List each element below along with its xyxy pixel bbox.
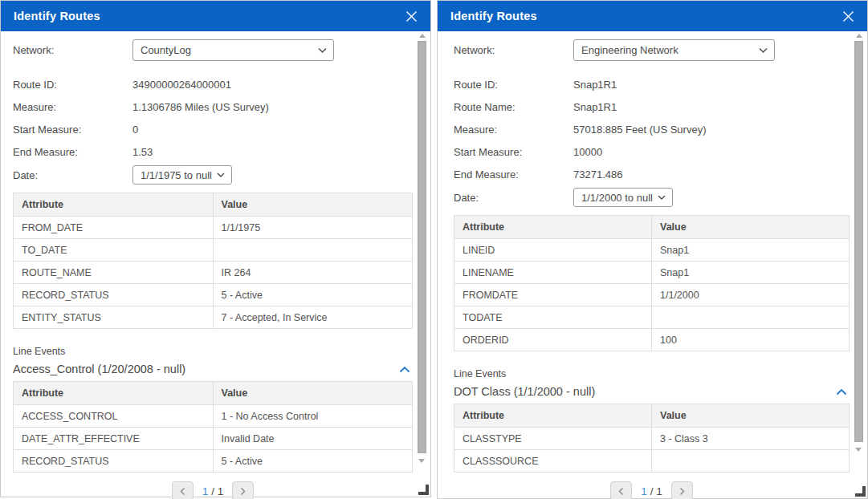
- date-label: Date:: [13, 169, 132, 181]
- end-measure-label: End Measure:: [454, 168, 573, 181]
- close-icon[interactable]: [403, 8, 419, 24]
- chevron-left-icon: [618, 487, 624, 496]
- value-column-header: Value: [213, 193, 413, 217]
- chevron-up-icon[interactable]: [836, 388, 847, 396]
- table-header-row: Attribute Value: [14, 193, 413, 217]
- table-row: RECORD_STATUS5 - Active: [14, 284, 413, 306]
- attr-cell: TO_DATE: [14, 239, 214, 262]
- end-measure-label: End Measure:: [13, 146, 132, 158]
- date-select[interactable]: 1/1/1975 to null: [132, 165, 232, 185]
- network-label: Network:: [454, 44, 573, 56]
- value-cell: 1/1/1975: [213, 217, 413, 239]
- network-select[interactable]: CountyLog: [132, 39, 334, 61]
- value-cell: 100: [652, 329, 850, 351]
- table-row: DATE_ATTR_EFFECTIVEInvalid Date: [14, 428, 413, 450]
- field-row-route-id: Route ID: Snap1R1: [454, 73, 850, 95]
- value-column-header: Value: [652, 404, 850, 428]
- table-row: ENTITY_STATUS7 - Accepted, In Service: [14, 306, 413, 329]
- close-icon[interactable]: [840, 8, 856, 24]
- chevron-right-icon: [240, 487, 246, 496]
- network-select-value: Engineering Network: [581, 44, 679, 56]
- chevron-down-icon: [658, 195, 666, 200]
- scroll-up-icon[interactable]: [419, 34, 426, 38]
- pagination: 1 / 1: [454, 481, 850, 499]
- chevron-down-icon: [217, 172, 225, 177]
- vertical-scrollbar[interactable]: [418, 34, 426, 463]
- previous-page-button[interactable]: [610, 481, 632, 499]
- vertical-scrollbar[interactable]: [854, 34, 863, 452]
- resize-grip[interactable]: [418, 485, 429, 495]
- end-measure-value: 73271.486: [573, 168, 622, 181]
- chevron-up-icon[interactable]: [399, 366, 410, 373]
- measure-value: 57018.885 Feet (US Survey): [573, 124, 706, 136]
- line-event-section-title: DOT Class (1/1/2000 - null): [454, 385, 595, 398]
- attr-cell: RECORD_STATUS: [14, 284, 214, 306]
- field-row-start-measure: Start Measure: 0: [13, 118, 413, 140]
- value-cell: 1 - No Access Control: [213, 405, 413, 428]
- chevron-right-icon: [679, 487, 685, 496]
- start-measure-value: 0: [132, 124, 138, 136]
- attr-cell: TODATE: [454, 306, 652, 329]
- scrollbar-thumb[interactable]: [854, 41, 863, 442]
- attr-cell: FROM_DATE: [14, 217, 214, 239]
- field-row-start-measure: Start Measure: 10000: [454, 140, 850, 163]
- value-cell: IR 264: [213, 262, 413, 284]
- page-indicator: 1 / 1: [641, 485, 662, 497]
- line-event-attribute-table: Attribute Value CLASSTYPE3 - Class 3 CLA…: [454, 404, 850, 473]
- table-row: ROUTE_NAMEIR 264: [14, 262, 413, 284]
- line-event-section-header: Access_Control (1/20/2008 - null): [13, 363, 413, 375]
- network-select[interactable]: Engineering Network: [573, 39, 775, 61]
- chevron-down-icon: [759, 47, 768, 53]
- identify-routes-window: Identify Routes Network: Engineering Net…: [437, 0, 868, 499]
- scrollbar-thumb[interactable]: [418, 41, 426, 453]
- next-page-button[interactable]: [232, 481, 254, 499]
- pagination: 1 / 1: [13, 481, 413, 499]
- table-header-row: Attribute Value: [14, 382, 413, 405]
- value-cell: 5 - Active: [213, 450, 413, 473]
- attribute-column-header: Attribute: [14, 193, 214, 217]
- line-events-label: Line Events: [454, 368, 850, 379]
- attr-cell: ENTITY_STATUS: [14, 306, 214, 329]
- table-row: FROM_DATE1/1/1975: [14, 217, 413, 239]
- line-event-section-header: DOT Class (1/1/2000 - null): [454, 385, 850, 398]
- attr-cell: DATE_ATTR_EFFECTIVE: [14, 428, 214, 450]
- window-title: Identify Routes: [450, 10, 840, 22]
- current-page: 1: [202, 485, 209, 497]
- table-row: CLASSSOURCE: [454, 450, 850, 473]
- network-label: Network:: [13, 44, 132, 56]
- field-row-date: Date: 1/1/2000 to null: [454, 188, 850, 207]
- route-id-value: Snap1R1: [573, 79, 617, 91]
- chevron-down-icon: [318, 47, 327, 53]
- page-indicator: 1 / 1: [202, 485, 223, 497]
- table-row: TODATE: [454, 306, 850, 329]
- attr-cell: RECORD_STATUS: [14, 450, 214, 473]
- scroll-down-icon[interactable]: [418, 459, 425, 463]
- next-page-button[interactable]: [671, 481, 693, 499]
- resize-grip[interactable]: [855, 486, 866, 497]
- date-label: Date:: [454, 192, 573, 204]
- field-row-network: Network: Engineering Network: [454, 39, 850, 61]
- table-row: FROMDATE1/1/2000: [454, 284, 850, 306]
- value-cell: 7 - Accepted, In Service: [213, 306, 413, 329]
- scroll-up-icon[interactable]: [856, 34, 862, 38]
- identify-routes-window: Identify Routes Network: CountyLog Route…: [0, 0, 431, 497]
- date-select[interactable]: 1/1/2000 to null: [573, 188, 673, 207]
- route-name-value: Snap1R1: [573, 101, 617, 113]
- table-row: CLASSTYPE3 - Class 3: [454, 428, 850, 450]
- scroll-down-icon[interactable]: [855, 448, 862, 452]
- attr-cell: LINENAME: [454, 262, 652, 284]
- field-row-route-name: Route Name: Snap1R1: [454, 95, 850, 118]
- table-row: LINEIDSnap1: [454, 239, 850, 262]
- window-content: Network: CountyLog Route ID: 34900000264…: [1, 31, 413, 497]
- attr-cell: ROUTE_NAME: [14, 262, 214, 284]
- table-row: ORDERID100: [454, 329, 850, 351]
- page-total: / 1: [650, 485, 662, 497]
- window-titlebar: Identify Routes: [1, 1, 430, 31]
- window-body: Network: Engineering Network Route ID: S…: [438, 31, 867, 498]
- window-titlebar: Identify Routes: [438, 1, 867, 31]
- measure-value: 1.1306786 Miles (US Survey): [132, 101, 269, 113]
- value-column-header: Value: [213, 382, 413, 405]
- value-cell: 5 - Active: [213, 284, 413, 306]
- previous-page-button[interactable]: [172, 481, 194, 499]
- field-row-network: Network: CountyLog: [13, 39, 413, 61]
